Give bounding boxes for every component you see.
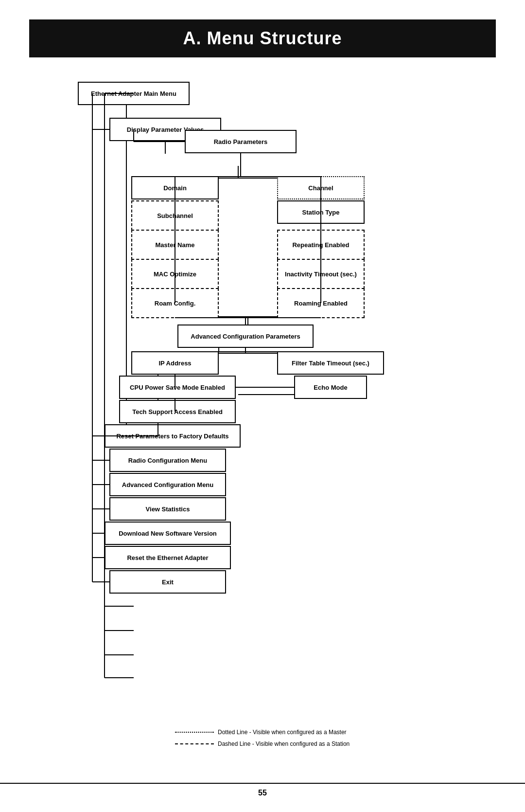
box-subchannel: Subchannel	[131, 200, 219, 231]
box-inactivity-timeout: Inactivity Timeout (sec.)	[277, 259, 365, 289]
diagram-area: Ethernet Adapter Main Menu Display Param…	[29, 77, 496, 719]
page-number: 55	[258, 789, 267, 797]
box-advanced-config-menu: Advanced Configuration Menu	[109, 473, 226, 496]
box-master-name: Master Name	[131, 230, 219, 260]
box-view-statistics: View Statistics	[109, 497, 226, 521]
legend-dashed-label: Dashed Line - Visible when configured as…	[218, 740, 350, 747]
box-main-menu: Ethernet Adapter Main Menu	[78, 82, 190, 105]
box-cpu-power-save: CPU Power Save Mode Enabled	[119, 376, 236, 399]
box-domain: Domain	[131, 176, 219, 199]
box-mac-optimize: MAC Optimize	[131, 259, 219, 289]
page-footer: 55	[0, 783, 525, 797]
box-filter-table-timeout: Filter Table Timeout (sec.)	[277, 351, 384, 375]
box-radio-params: Radio Parameters	[185, 130, 297, 153]
box-tech-support-access: Tech Support Access Enabled	[119, 400, 236, 423]
legend-dashed-line	[175, 743, 214, 744]
box-exit: Exit	[109, 570, 226, 594]
box-reset-ethernet: Reset the Ethernet Adapter	[105, 546, 231, 569]
box-reset-factory: Reset Parameters to Factory Defaults	[105, 424, 241, 448]
legend-dotted-line	[175, 732, 214, 733]
page-header: A. Menu Structure	[0, 19, 525, 57]
legend-dotted-label: Dotted Line - Visible when configured as…	[218, 729, 347, 736]
box-advanced-config-params: Advanced Configuration Parameters	[177, 325, 314, 348]
page-title: A. Menu Structure	[29, 28, 496, 49]
box-repeating-enabled: Repeating Enabled	[277, 230, 365, 260]
legend-dotted: Dotted Line - Visible when configured as…	[175, 729, 496, 736]
box-station-type: Station Type	[277, 200, 365, 224]
box-ip-address: IP Address	[131, 351, 219, 375]
box-radio-config-menu: Radio Configuration Menu	[109, 449, 226, 472]
legend-dashed: Dashed Line - Visible when configured as…	[175, 740, 496, 747]
legend-area: Dotted Line - Visible when configured as…	[29, 729, 496, 747]
box-roam-config: Roam Config.	[131, 288, 219, 318]
box-roaming-enabled: Roaming Enabled	[277, 288, 365, 318]
box-echo-mode: Echo Mode	[294, 376, 367, 399]
box-download-software: Download New Software Version	[105, 522, 231, 545]
box-channel: Channel	[277, 176, 365, 199]
connectors-svg	[29, 77, 496, 719]
